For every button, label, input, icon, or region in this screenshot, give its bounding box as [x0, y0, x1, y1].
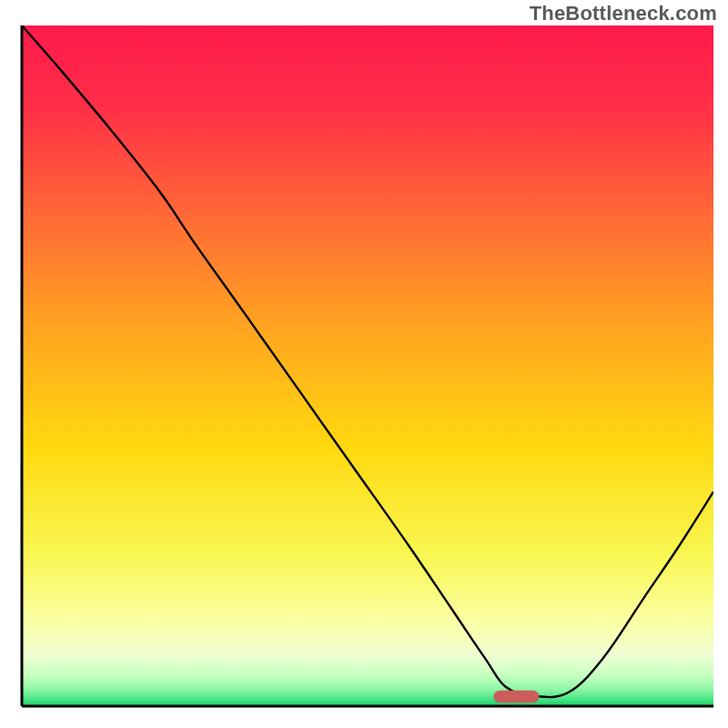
bottleneck-chart [0, 0, 728, 728]
optimum-marker [493, 691, 539, 703]
plot-area [22, 25, 713, 706]
gradient-background [22, 25, 713, 706]
